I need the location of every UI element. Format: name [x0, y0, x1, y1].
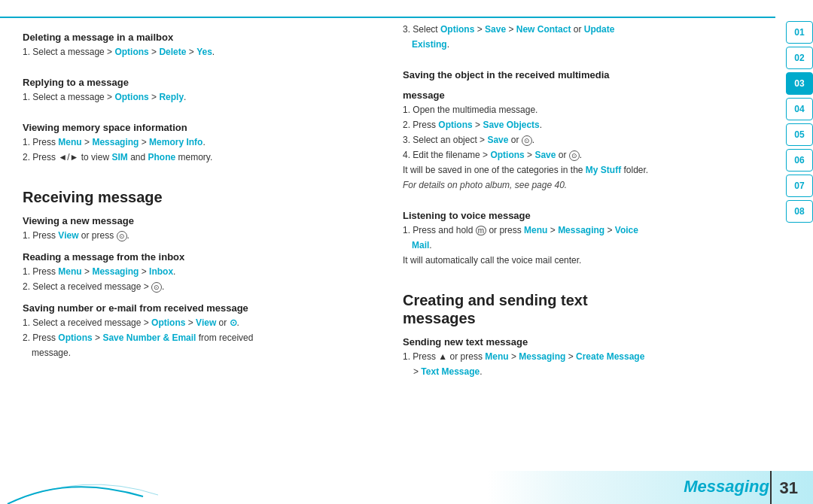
save-obj-step3: 3. Select an object > Save or ⊙. [403, 133, 760, 147]
right-column: 3. Select Options > Save > New Contact o… [403, 23, 760, 489]
chapter-sidebar: 01 02 03 04 05 06 07 08 [775, 0, 813, 504]
memory-space-heading: Viewing memory space information [23, 122, 380, 133]
continued-step3b: Existing. [403, 38, 760, 51]
page-container: Deleting a message in a mailbox 1. Selec… [0, 0, 813, 504]
section-read-inbox: Reading a message from the inbox 1. Pres… [23, 251, 380, 293]
save-object-multimedia-heading: Saving the object in the received multim… [403, 69, 760, 80]
voice-message-note: It will automatically call the voice mai… [403, 254, 760, 267]
section-send-new-text: Sending new text message 1. Press ▲ or p… [403, 336, 760, 378]
section-view-new-message: Viewing a new message 1. Press View or p… [23, 215, 380, 242]
section-save-number-email: Saving number or e-mail from received me… [23, 302, 380, 360]
chapter-tab-06[interactable]: 06 [786, 149, 813, 172]
bottom-arc-decoration [0, 466, 166, 504]
section-save-object-multimedia: Saving the object in the received multim… [403, 60, 760, 193]
voice-message-step1b: Mail. [403, 238, 760, 252]
read-inbox-step2: 2. Select a received message > ⊙. [23, 280, 380, 293]
section-continued-steps: 3. Select Options > Save > New Contact o… [403, 23, 760, 53]
save-number-email-step2b: message. [23, 346, 380, 360]
creating-sending-heading: Creating and sending textmessages [403, 291, 760, 327]
chapter-tab-01[interactable]: 01 [786, 21, 813, 44]
save-obj-note2: For details on photo album, see page 40. [403, 178, 760, 192]
save-number-email-step1: 1. Select a received message > Options >… [23, 316, 380, 329]
bottom-messaging-label: Messaging [684, 477, 769, 496]
main-content: Deleting a message in a mailbox 1. Selec… [0, 0, 775, 504]
save-object-multimedia-heading2: message [403, 90, 760, 101]
continued-step3: 3. Select Options > Save > New Contact o… [403, 23, 760, 36]
section-creating-sending: Creating and sending textmessages Sendin… [403, 279, 760, 380]
chapter-tab-03[interactable]: 03 [786, 72, 813, 95]
read-inbox-step1: 1. Press Menu > Messaging > Inbox. [23, 265, 380, 278]
save-obj-step2: 2. Press Options > Save Objects. [403, 118, 760, 132]
save-obj-note1: It will be saved in one of the categorie… [403, 163, 760, 177]
save-obj-step4: 4. Edit the filename > Options > Save or… [403, 148, 760, 162]
reply-message-step1: 1. Select a message > Options > Reply. [23, 90, 380, 104]
save-number-email-heading: Saving number or e-mail from received me… [23, 302, 380, 314]
voice-message-heading: Listening to voice message [403, 210, 760, 221]
chapter-tab-07[interactable]: 07 [786, 175, 813, 197]
voice-message-step1: 1. Press and hold m or press Menu > Mess… [403, 223, 760, 237]
view-new-message-step1: 1. Press View or press ⊙. [23, 229, 380, 242]
delete-mailbox-heading: Deleting a message in a mailbox [23, 32, 380, 43]
send-new-text-step1: 1. Press ▲ or press Menu > Messaging > C… [403, 350, 760, 363]
receiving-message-heading: Receiving message [23, 188, 380, 206]
save-obj-step1: 1. Open the multimedia message. [403, 103, 760, 117]
section-reply-message: Replying to a message 1. Select a messag… [23, 68, 380, 105]
bottom-page-number: 31 [780, 478, 798, 498]
save-number-email-step2: 2. Press Options > Save Number & Email f… [23, 331, 380, 345]
reply-message-heading: Replying to a message [23, 77, 380, 88]
section-receiving-message: Receiving message Viewing a new message … [23, 176, 380, 361]
top-line [0, 17, 775, 18]
read-inbox-heading: Reading a message from the inbox [23, 251, 380, 263]
memory-space-step2: 2. Press ◄/► to view SIM and Phone memor… [23, 150, 380, 164]
memory-space-step1: 1. Press Menu > Messaging > Memory Info. [23, 135, 380, 149]
section-delete-mailbox: Deleting a message in a mailbox 1. Selec… [23, 23, 380, 60]
view-new-message-heading: Viewing a new message [23, 215, 380, 226]
bottom-bar: Messaging 31 [0, 471, 813, 504]
section-voice-message: Listening to voice message 1. Press and … [403, 201, 760, 269]
chapter-tab-08[interactable]: 08 [786, 200, 813, 223]
section-memory-space: Viewing memory space information 1. Pres… [23, 113, 380, 165]
delete-mailbox-step1: 1. Select a message > Options > Delete >… [23, 45, 380, 59]
left-column: Deleting a message in a mailbox 1. Selec… [23, 23, 380, 489]
chapter-tab-05[interactable]: 05 [786, 123, 813, 146]
bottom-divider [770, 471, 772, 504]
chapter-tab-02[interactable]: 02 [786, 47, 813, 69]
send-new-text-heading: Sending new text message [403, 336, 760, 348]
chapter-tab-04[interactable]: 04 [786, 98, 813, 120]
send-new-text-step1b: > Text Message. [403, 365, 760, 378]
